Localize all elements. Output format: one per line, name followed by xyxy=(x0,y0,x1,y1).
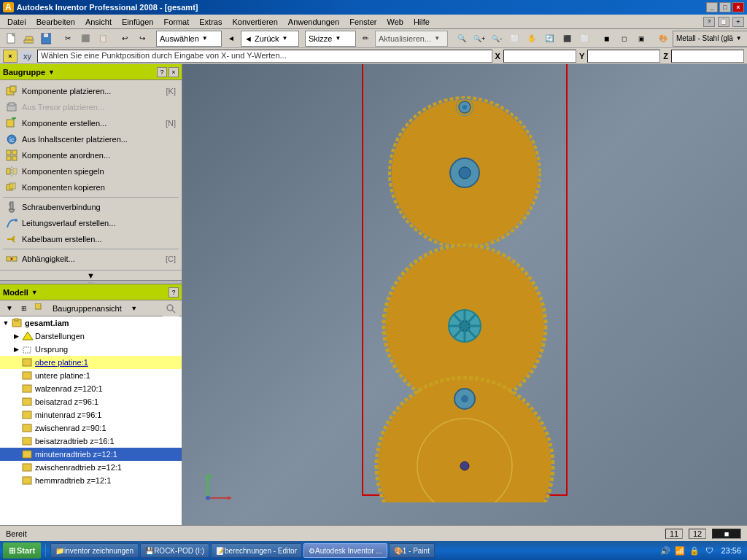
abhaengigkeit[interactable]: Abhängigkeit... [C] xyxy=(0,251,182,267)
zoom-in[interactable]: 🔍+ xyxy=(471,31,487,47)
view1[interactable]: ⬛ xyxy=(559,31,575,47)
tree-minutenradtrieb[interactable]: ▶ minutenradtrieb z=12:1 xyxy=(0,448,182,461)
undo-button[interactable]: ↩ xyxy=(117,31,133,47)
titlebar-controls[interactable]: _ □ × xyxy=(706,2,744,12)
aus-inhaltscenter[interactable]: ic Aus Inhaltscenter platzieren... xyxy=(0,131,182,147)
open-button[interactable] xyxy=(20,31,36,47)
komponente-platzieren[interactable]: Komponente platzieren... [K] xyxy=(0,83,182,99)
minimize-button[interactable]: _ xyxy=(706,2,718,12)
z-field[interactable] xyxy=(671,50,744,63)
tree-ursprung[interactable]: ▶ Ursprung xyxy=(0,343,182,356)
komponente-erstellen[interactable]: Komponente erstellen... [N] xyxy=(0,115,182,131)
menu-format[interactable]: Format xyxy=(159,16,193,28)
y-field[interactable] xyxy=(587,50,660,63)
new-button[interactable] xyxy=(3,31,19,47)
taskbar-berechnungen[interactable]: 📝 berechnungen - Editor xyxy=(211,543,302,558)
komponenten-kopieren[interactable]: Komponenten kopieren xyxy=(0,179,182,195)
tree-beisatzrad[interactable]: ▶ beisatzrad z=96:1 xyxy=(0,395,182,408)
menu-bearbeiten[interactable]: Bearbeiten xyxy=(32,16,80,28)
menu-help-icon[interactable]: 📋 xyxy=(718,17,729,27)
svg-rect-42 xyxy=(23,359,31,366)
expand-darstellungen[interactable]: ▶ xyxy=(12,332,20,341)
shading1[interactable]: ◼ xyxy=(598,31,614,47)
menu-fenster[interactable]: Fenster xyxy=(345,16,381,28)
tree-minutenrad[interactable]: ▶ minutenrad z=96:1 xyxy=(0,408,182,421)
view2[interactable]: ⬜ xyxy=(576,31,592,47)
taskbar-paint[interactable]: 🎨 1 - Paint xyxy=(389,543,435,558)
svg-rect-44 xyxy=(23,385,31,392)
tree-darstellungen[interactable]: ▶ Darstellungen xyxy=(0,330,182,343)
tree-zwischenrad[interactable]: ▶ zwischenrad z=90:1 xyxy=(0,421,182,435)
modell-dropdown[interactable]: ▼ xyxy=(31,289,38,296)
close-button[interactable]: × xyxy=(732,2,744,12)
menu-konvertieren[interactable]: Konvertieren xyxy=(228,16,282,28)
tray-icon-2[interactable]: 📶 xyxy=(674,545,686,556)
tree-untere-platine[interactable]: ▶ untere platine:1 xyxy=(0,369,182,382)
baugruppe-scroll-down[interactable]: ▼ xyxy=(0,270,182,280)
view-btn[interactable]: ⊞ xyxy=(18,302,31,315)
tree-gesamt[interactable]: ▼ gesamt.iam xyxy=(0,316,182,330)
baugruppen-btn[interactable] xyxy=(32,302,48,315)
paste-button[interactable]: 📋 xyxy=(95,31,111,47)
pan[interactable]: ✋ xyxy=(524,31,540,47)
zoom-window[interactable]: ⬜ xyxy=(506,31,522,47)
zoom-out[interactable]: 🔍- xyxy=(489,31,505,47)
tree-walzenrad[interactable]: ▶ walzenrad z=120:1 xyxy=(0,382,182,395)
restore-button[interactable]: □ xyxy=(719,2,731,12)
taskbar-inventor-zeichnungen[interactable]: 📁 inventor zeichnungen xyxy=(50,543,139,558)
cut-button[interactable]: ✂ xyxy=(60,31,76,47)
menu-hilfe[interactable]: Hilfe xyxy=(409,16,434,28)
baugruppen-dropdown[interactable]: ▼ xyxy=(126,302,142,315)
menu-anwendungen[interactable]: Anwendungen xyxy=(284,16,344,28)
tree-expand-gesamt[interactable]: ▼ xyxy=(1,319,10,327)
tray-icon-3[interactable]: 🔒 xyxy=(689,545,700,556)
save-button[interactable] xyxy=(38,31,54,47)
aus-tresor[interactable]: Aus Tresor platzieren... xyxy=(0,99,182,115)
canvas-area[interactable]: /* teeth rendered via JS below */ xyxy=(182,64,747,525)
tree-hemmradtrieb[interactable]: ▶ hemmradtrieb z=12:1 xyxy=(0,474,182,487)
snap-button[interactable]: ◄ xyxy=(223,31,239,47)
tree-obere-platine[interactable]: ▶ obere platine:1 xyxy=(0,356,182,369)
coord-close[interactable]: × xyxy=(3,50,18,63)
komponente-anordnen[interactable]: Komponente anordnen... xyxy=(0,147,182,163)
color-scheme[interactable]: 🎨 xyxy=(655,31,671,47)
baugruppe-close[interactable]: × xyxy=(169,67,179,77)
menu-einfuegen[interactable]: Einfügen xyxy=(117,16,158,28)
menu-ansicht[interactable]: Ansicht xyxy=(81,16,116,28)
baugruppe-help[interactable]: ? xyxy=(157,67,167,77)
orbit[interactable]: 🔄 xyxy=(541,31,557,47)
leitungsverlauf[interactable]: Leitungsverlauf erstellen... xyxy=(0,215,182,231)
sketch-dropdown[interactable]: Skizze ▼ xyxy=(305,31,356,47)
expand-ursprung[interactable]: ▶ xyxy=(12,345,20,354)
baugruppe-dropdown[interactable]: ▼ xyxy=(48,69,55,76)
komponenten-spiegeln[interactable]: Komponenten spiegeln xyxy=(0,163,182,179)
tree-zwischenradtrieb[interactable]: ▶ zwischenradtrieb z=12:1 xyxy=(0,461,182,474)
sketch-icon[interactable]: ✏ xyxy=(357,31,374,47)
filter-btn[interactable]: ▼ xyxy=(3,302,16,315)
tree-beisatzradtrieb[interactable]: ▶ beisatzradtrieb z=16:1 xyxy=(0,435,182,448)
modell-help[interactable]: ? xyxy=(169,287,179,298)
menu-web[interactable]: Web xyxy=(382,16,407,28)
back-dropdown[interactable]: ◄ Zurück ▼ xyxy=(241,31,299,47)
shading2[interactable]: ◻ xyxy=(616,31,632,47)
kabelbaum[interactable]: Kabelbaum erstellen... xyxy=(0,231,182,247)
taskbar-rock-pod[interactable]: 💾 ROCK-POD (I:) xyxy=(140,543,209,558)
select-dropdown[interactable]: Auswählen ▼ xyxy=(156,31,222,47)
material-dropdown[interactable]: Metall - Stahl (glä ▼ xyxy=(673,31,747,47)
x-field[interactable] xyxy=(503,50,576,63)
start-button[interactable]: ⊞ Start xyxy=(3,542,41,559)
menu-plus[interactable]: + xyxy=(732,17,744,27)
zoom-all[interactable]: 🔍 xyxy=(454,31,470,47)
menu-datei[interactable]: Datei xyxy=(3,16,31,28)
menu-extras[interactable]: Extras xyxy=(195,16,226,28)
menu-minimize[interactable]: ? xyxy=(703,17,715,27)
taskbar-autodesk[interactable]: ⚙ Autodesk Inventor ... xyxy=(303,543,387,558)
schraubenverbindung[interactable]: Schraubenverbindung xyxy=(0,199,182,215)
tray-icon-4[interactable]: 🛡 xyxy=(703,545,715,556)
redo-button[interactable]: ↪ xyxy=(134,31,150,47)
copy-button[interactable]: ⬛ xyxy=(77,31,93,47)
tray-icon-1[interactable]: 🔊 xyxy=(659,545,671,556)
shading3[interactable]: ▣ xyxy=(633,31,649,47)
search-btn[interactable] xyxy=(163,300,179,316)
update-dropdown[interactable]: Aktualisieren... ▼ xyxy=(375,31,448,47)
